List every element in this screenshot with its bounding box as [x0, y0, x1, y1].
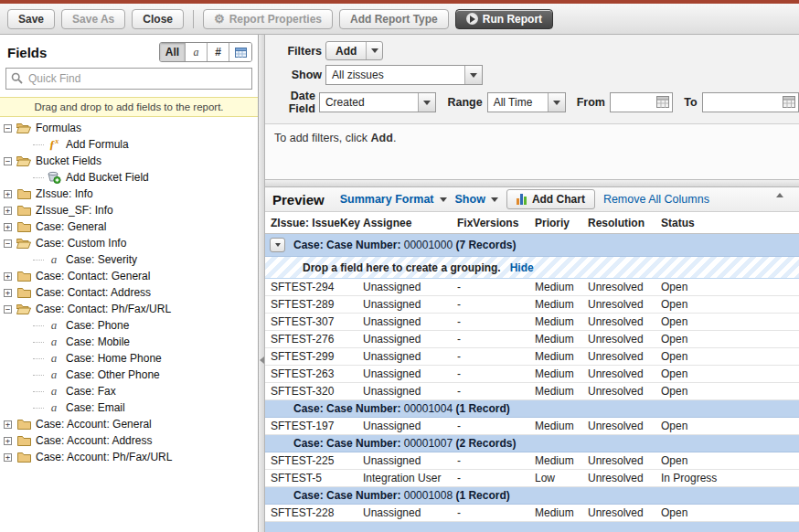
- show-label: Show: [265, 69, 322, 81]
- tree-item[interactable]: +Case: Account: Ph/Fax/URL: [0, 449, 258, 465]
- tree-item[interactable]: +Case: Account: General: [0, 416, 258, 432]
- report-properties-button[interactable]: ⚙ Report Properties: [203, 9, 333, 29]
- table-cell: SFTEST-5: [265, 472, 363, 484]
- table-row[interactable]: SFTEST-289Unassigned-MediumUnresolvedOpe…: [265, 296, 799, 314]
- tree-item[interactable]: +Case: Account: Address: [0, 432, 258, 449]
- tree-item[interactable]: aCase: Severity: [0, 251, 258, 268]
- tree-item[interactable]: aCase: Phone: [0, 317, 258, 334]
- show-menu[interactable]: Show: [455, 193, 498, 206]
- range-select[interactable]: All Time: [487, 92, 566, 112]
- field-type-all-button[interactable]: All: [160, 43, 186, 61]
- horizontal-splitter[interactable]: [265, 179, 799, 187]
- expand-icon[interactable]: +: [4, 272, 12, 281]
- table-cell: Unassigned: [363, 454, 457, 467]
- tree-item[interactable]: +ZIssue_SF: Info: [0, 202, 258, 218]
- tree-item[interactable]: +ZIssue: Info: [0, 186, 258, 202]
- tree-item[interactable]: aCase: Other Phone: [0, 367, 258, 383]
- table-cell: Unresolved: [588, 298, 661, 311]
- collapse-icon[interactable]: −: [4, 157, 12, 165]
- close-button[interactable]: Close: [132, 9, 184, 29]
- bar-chart-icon: [517, 194, 527, 205]
- expand-icon[interactable]: +: [4, 289, 12, 297]
- table-row[interactable]: SFTEST-320Unassigned-MediumUnresolvedOpe…: [265, 383, 799, 400]
- tree-item[interactable]: aCase: Mobile: [0, 334, 258, 350]
- table-row[interactable]: SFTEST-263Unassigned-MediumUnresolvedOpe…: [265, 366, 799, 383]
- expand-icon[interactable]: +: [4, 223, 12, 231]
- text-field-icon: a: [46, 351, 62, 366]
- add-chart-button[interactable]: Add Chart: [506, 189, 595, 209]
- tree-item[interactable]: −Formulas: [0, 120, 258, 136]
- folder-icon: [16, 155, 32, 166]
- expand-icon[interactable]: +: [4, 207, 12, 215]
- quick-find-input[interactable]: [5, 68, 252, 90]
- range-label: Range: [447, 96, 482, 109]
- collapse-icon[interactable]: −: [4, 124, 12, 133]
- expand-icon[interactable]: +: [4, 437, 12, 445]
- run-report-button[interactable]: Run Report: [455, 9, 553, 29]
- tree-item[interactable]: ƒxAdd Formula: [0, 136, 258, 153]
- grouping-dropzone[interactable]: Drop a field here to create a grouping.H…: [265, 257, 799, 279]
- tree-connector: [33, 358, 44, 359]
- field-type-number-button[interactable]: #: [208, 43, 229, 61]
- summary-format-menu[interactable]: Summary Format: [340, 193, 447, 206]
- table-row[interactable]: SFTEST-294Unassigned-MediumUnresolvedOpe…: [265, 279, 799, 296]
- collapse-left-arrow-icon[interactable]: [260, 356, 264, 364]
- chevron-down-icon: [470, 73, 477, 78]
- show-select-arrow[interactable]: [464, 66, 482, 84]
- tree-item-label: Bucket Fields: [36, 154, 101, 167]
- calendar-icon[interactable]: [656, 96, 669, 108]
- table-row[interactable]: SFTEST-307Unassigned-MediumUnresolvedOpe…: [265, 314, 799, 331]
- tree-item[interactable]: −Bucket Fields: [0, 153, 258, 169]
- dropzone-hide-link[interactable]: Hide: [510, 261, 534, 274]
- column-header[interactable]: Assignee: [363, 217, 457, 229]
- column-header[interactable]: ZIssue: IssueKey: [265, 217, 363, 229]
- tree-connector: [33, 391, 44, 392]
- tree-item[interactable]: +Case: Contact: Address: [0, 284, 258, 301]
- add-filter-button[interactable]: Add: [325, 41, 383, 60]
- save-button[interactable]: Save: [7, 9, 55, 29]
- column-header[interactable]: Prioriy: [535, 217, 588, 229]
- date-field-select-arrow[interactable]: [418, 93, 435, 112]
- add-filter-dropdown-arrow[interactable]: [366, 42, 382, 59]
- tree-item[interactable]: aCase: Email: [0, 399, 258, 416]
- table-row[interactable]: SFTEST-225Unassigned-MediumUnresolvedOpe…: [265, 452, 799, 470]
- remove-all-columns-link[interactable]: Remove All Columns: [603, 193, 709, 206]
- scroll-up-arrow-icon[interactable]: [776, 193, 783, 197]
- tree-item[interactable]: −Case: Custom Info: [0, 235, 258, 251]
- column-header[interactable]: FixVersions: [457, 217, 535, 229]
- tree-item[interactable]: aCase: Home Phone: [0, 350, 258, 367]
- add-report-type-button[interactable]: Add Report Type: [339, 9, 449, 29]
- table-row[interactable]: SFTEST-5Integration User-LowUnresolvedIn…: [265, 470, 799, 487]
- tree-item-label: ZIssue: Info: [36, 187, 93, 200]
- group-collapse-button[interactable]: [270, 238, 285, 252]
- tree-item[interactable]: +Case: General: [0, 218, 258, 235]
- expand-icon[interactable]: +: [4, 420, 12, 429]
- tree-item[interactable]: +Case: Contact: General: [0, 268, 258, 284]
- save-as-button[interactable]: Save As: [61, 9, 125, 29]
- expand-icon[interactable]: +: [4, 190, 12, 198]
- text-field-icon: a: [46, 400, 62, 415]
- field-type-date-button[interactable]: [229, 43, 251, 61]
- tree-item[interactable]: aCase: Fax: [0, 383, 258, 399]
- calendar-icon[interactable]: [783, 96, 795, 108]
- show-select[interactable]: All zissues: [325, 65, 483, 85]
- table-row[interactable]: SFTEST-228Unassigned-MediumUnresolvedOpe…: [265, 505, 799, 522]
- date-field-select[interactable]: Created: [319, 92, 437, 112]
- table-row[interactable]: SFTEST-197Unassigned-MediumUnresolvedOpe…: [265, 418, 799, 435]
- table-row[interactable]: SFTEST-276Unassigned-MediumUnresolvedOpe…: [265, 331, 799, 348]
- table-row[interactable]: SFTEST-299Unassigned-MediumUnresolvedOpe…: [265, 348, 799, 366]
- range-select-arrow[interactable]: [548, 93, 565, 112]
- tree-item[interactable]: −Case: Contact: Ph/Fax/URL: [0, 301, 258, 317]
- tree-item[interactable]: Add Bucket Field: [0, 169, 258, 186]
- table-cell: Unassigned: [363, 506, 457, 519]
- field-type-text-button[interactable]: a: [186, 43, 208, 61]
- table-cell: -: [457, 281, 535, 293]
- table-cell: Unassigned: [363, 315, 457, 328]
- column-header[interactable]: Resolution: [588, 217, 661, 229]
- tree-item-label: Case: Phone: [66, 319, 129, 332]
- column-header[interactable]: Status: [661, 217, 799, 229]
- expand-icon[interactable]: +: [4, 453, 12, 462]
- collapse-icon[interactable]: −: [4, 239, 12, 248]
- vertical-splitter[interactable]: [259, 35, 265, 532]
- collapse-icon[interactable]: −: [4, 305, 12, 314]
